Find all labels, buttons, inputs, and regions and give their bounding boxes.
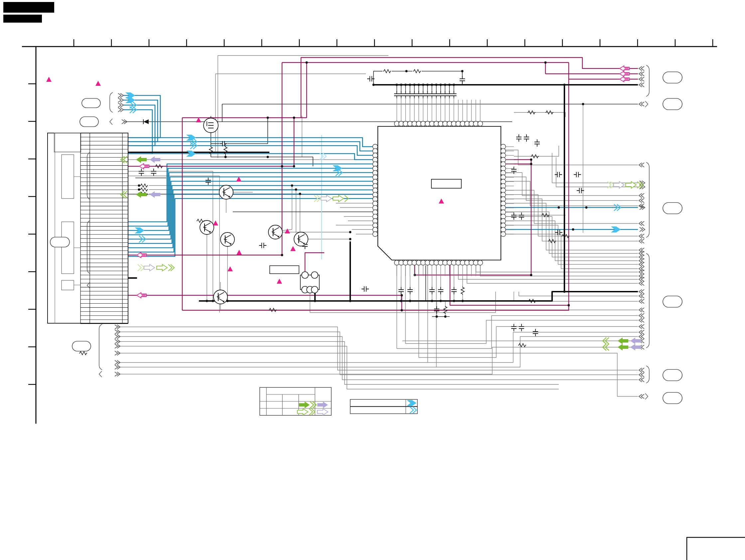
capacitor	[398, 287, 404, 294]
terminal-out	[118, 108, 123, 112]
junction-dot	[401, 309, 403, 311]
warning-triangle	[290, 246, 296, 251]
transistor	[268, 225, 282, 239]
brace	[110, 93, 113, 112]
junction-dot	[293, 117, 295, 119]
wire-g	[117, 346, 559, 389]
brace	[646, 65, 649, 96]
terminal-in	[639, 281, 644, 286]
angle-bracket	[645, 101, 648, 107]
reference-label-pill	[663, 98, 682, 110]
junction-dot	[291, 185, 293, 187]
flow-arrow-purpFill	[630, 337, 641, 344]
capacitor	[438, 287, 443, 294]
brace	[646, 366, 649, 383]
warning-triangle	[95, 81, 101, 86]
capacitor	[574, 172, 581, 177]
reference-label-pill	[80, 117, 98, 127]
junction-dot	[440, 300, 442, 302]
flow-arrow-whiteOut	[614, 182, 624, 188]
junction-dot	[293, 165, 295, 168]
terminal-in	[639, 330, 644, 334]
flow-arrow-greenChev	[121, 191, 127, 198]
junction-dot	[530, 159, 532, 161]
junction-dot	[448, 84, 451, 86]
flow-arrow-paleGreenChev	[138, 264, 144, 271]
junction-dot	[563, 291, 566, 293]
resonator-pad	[311, 286, 318, 293]
resistor	[461, 287, 464, 295]
junction-dot	[462, 300, 464, 302]
capacitor	[259, 243, 266, 248]
junction-dot	[530, 274, 532, 276]
transistor	[214, 290, 227, 304]
ic-pin	[373, 232, 378, 237]
warning-triangle	[213, 221, 218, 226]
junction-dot	[267, 117, 269, 119]
junction-dot	[418, 84, 420, 86]
flow-arrow-whiteOut	[321, 195, 332, 202]
flow-arrow-greenOut	[157, 264, 167, 271]
wire-g	[458, 265, 638, 279]
junction-dot	[413, 84, 415, 86]
junction-dot	[400, 84, 402, 86]
terminal-in	[639, 294, 644, 298]
resistor	[209, 146, 213, 154]
wire-g	[117, 336, 638, 380]
reference-label-pill	[50, 237, 69, 247]
brace	[646, 253, 649, 348]
junction-dot	[401, 294, 403, 297]
flow-arrow-greenFill	[136, 156, 147, 163]
flow-arrow-pinkOut	[137, 253, 146, 258]
flow-arrow-whiteOut	[321, 195, 332, 202]
junction-dot	[422, 84, 424, 86]
capacitor	[519, 212, 524, 220]
terminal-in	[639, 67, 644, 71]
wire-g	[406, 265, 638, 343]
junction-dot	[349, 300, 352, 302]
terminal-in	[639, 368, 644, 372]
capacitor	[429, 287, 435, 294]
terminal-in	[639, 290, 644, 294]
junction-dot	[138, 185, 140, 187]
wire-g	[467, 265, 638, 283]
reference-label-pill	[663, 296, 682, 307]
flow-arrow-pinkOut	[620, 71, 629, 76]
terminal-in	[639, 270, 644, 274]
junction-dot	[585, 206, 588, 209]
flow-arrow-purpFill	[630, 344, 641, 351]
wire-t	[123, 110, 152, 154]
terminal-in	[639, 102, 644, 106]
junction-dot	[461, 70, 464, 72]
resistor	[518, 343, 526, 347]
reference-label-pill	[663, 369, 682, 381]
terminal-in	[639, 234, 644, 238]
connector-sub-box	[62, 155, 74, 199]
ic-pin	[501, 232, 506, 237]
terminal-in	[639, 308, 644, 312]
flow-arrow-greenFill	[618, 344, 628, 351]
junction-dot	[206, 300, 208, 302]
capacitor	[412, 91, 417, 98]
capacitor	[451, 287, 457, 294]
junction-dot	[436, 316, 438, 318]
flow-arrow-pinkOut	[620, 66, 629, 71]
wire-t	[128, 142, 375, 151]
redaction-bar	[3, 2, 54, 13]
terminal-in	[639, 394, 644, 399]
capacitor	[516, 134, 521, 142]
flow-arrow-pinkOut	[620, 76, 629, 82]
capacitor	[420, 91, 426, 98]
component-label-box	[270, 266, 299, 274]
junction-dot	[225, 156, 227, 158]
capacitor	[416, 91, 421, 98]
wire-g	[506, 234, 638, 269]
capacitor	[398, 91, 404, 98]
wire-g	[506, 221, 638, 261]
wire-tk	[199, 292, 638, 301]
flow-arrow-greenOut	[625, 182, 643, 188]
wire-g	[506, 212, 638, 253]
resistor	[383, 69, 391, 73]
diode	[143, 120, 149, 124]
brace	[646, 162, 649, 237]
